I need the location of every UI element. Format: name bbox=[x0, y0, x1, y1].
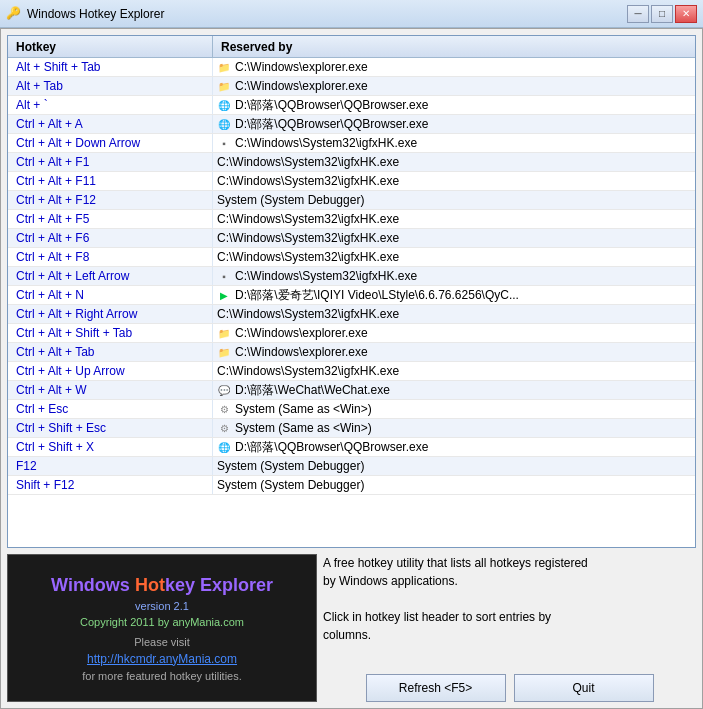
reserved-cell: C:\Windows\System32\igfxHK.exe bbox=[213, 210, 695, 228]
info-visit-label: Please visit bbox=[134, 636, 190, 648]
hotkey-cell: Alt + Shift + Tab bbox=[8, 58, 213, 76]
explorer-icon: 📁 bbox=[217, 345, 231, 359]
desc-line5: columns. bbox=[323, 626, 696, 644]
desc-line2: by Windows applications. bbox=[323, 572, 696, 590]
hotkey-cell: Ctrl + Alt + W bbox=[8, 381, 213, 399]
app-icon: 🔑 bbox=[6, 6, 22, 22]
table-row: Ctrl + Shift + X🌐D:\部落\QQBrowser\QQBrows… bbox=[8, 438, 695, 457]
table-row: Ctrl + Alt + Tab📁C:\Windows\explorer.exe bbox=[8, 343, 695, 362]
button-row: Refresh <F5> Quit bbox=[323, 674, 696, 702]
reserved-cell: 🌐D:\部落\QQBrowser\QQBrowser.exe bbox=[213, 438, 695, 456]
hotkey-cell: Alt + ` bbox=[8, 96, 213, 114]
refresh-button[interactable]: Refresh <F5> bbox=[366, 674, 506, 702]
table-row: Ctrl + Shift + Esc⚙System (Same as <Win>… bbox=[8, 419, 695, 438]
hotkey-cell: Ctrl + Alt + Down Arrow bbox=[8, 134, 213, 152]
table-row: Ctrl + Alt + Down Arrow▪C:\Windows\Syste… bbox=[8, 134, 695, 153]
explorer-icon: 📁 bbox=[217, 79, 231, 93]
table-row: Ctrl + Alt + F8C:\Windows\System32\igfxH… bbox=[8, 248, 695, 267]
info-title-windows: Windows bbox=[51, 575, 135, 595]
info-link[interactable]: http://hkcmdr.anyMania.com bbox=[87, 652, 237, 666]
desc-line1: A free hotkey utility that lists all hot… bbox=[323, 554, 696, 572]
hotkey-cell: Ctrl + Alt + F1 bbox=[8, 153, 213, 171]
qqbrowser-icon: 🌐 bbox=[217, 98, 231, 112]
info-box: Windows Hotkey Explorer version 2.1 Copy… bbox=[7, 554, 317, 702]
window-title: Windows Hotkey Explorer bbox=[27, 7, 164, 21]
reserved-cell: ▶D:\部落\爱奇艺\IQIYI Video\LStyle\6.6.76.625… bbox=[213, 286, 695, 304]
reserved-cell: 📁C:\Windows\explorer.exe bbox=[213, 343, 695, 361]
reserved-cell: 📁C:\Windows\explorer.exe bbox=[213, 58, 695, 76]
table-row: Ctrl + Alt + Shift + Tab📁C:\Windows\expl… bbox=[8, 324, 695, 343]
reserved-cell: C:\Windows\System32\igfxHK.exe bbox=[213, 248, 695, 266]
reserved-cell: C:\Windows\System32\igfxHK.exe bbox=[213, 305, 695, 323]
table-row: F12System (System Debugger) bbox=[8, 457, 695, 476]
desc-line4: Click in hotkey list header to sort entr… bbox=[323, 608, 696, 626]
reserved-cell: 📁C:\Windows\explorer.exe bbox=[213, 324, 695, 342]
table-row: Alt + `🌐D:\部落\QQBrowser\QQBrowser.exe bbox=[8, 96, 695, 115]
reserved-cell: 💬D:\部落\WeChat\WeChat.exe bbox=[213, 381, 695, 399]
table-row: Alt + Tab📁C:\Windows\explorer.exe bbox=[8, 77, 695, 96]
table-row: Shift + F12System (System Debugger) bbox=[8, 476, 695, 495]
hotkey-cell: Shift + F12 bbox=[8, 476, 213, 494]
reserved-cell: System (System Debugger) bbox=[213, 191, 695, 209]
hotkey-column-header[interactable]: Hotkey bbox=[8, 36, 213, 57]
hotkey-cell: Ctrl + Alt + F6 bbox=[8, 229, 213, 247]
qqbrowser-icon: 🌐 bbox=[217, 440, 231, 454]
system-icon: ⚙ bbox=[217, 402, 231, 416]
maximize-button[interactable]: □ bbox=[651, 5, 673, 23]
table-row: Ctrl + Alt + A🌐D:\部落\QQBrowser\QQBrowser… bbox=[8, 115, 695, 134]
title-bar-buttons: ─ □ ✕ bbox=[627, 5, 697, 23]
table-row: Ctrl + Alt + F6C:\Windows\System32\igfxH… bbox=[8, 229, 695, 248]
info-title-rest: key Explorer bbox=[165, 575, 273, 595]
close-button[interactable]: ✕ bbox=[675, 5, 697, 23]
explorer-icon: 📁 bbox=[217, 60, 231, 74]
hotkey-cell: Ctrl + Alt + Left Arrow bbox=[8, 267, 213, 285]
info-copyright: Copyright 2011 by anyMania.com bbox=[80, 616, 244, 628]
hotkey-cell: Ctrl + Esc bbox=[8, 400, 213, 418]
reserved-cell: C:\Windows\System32\igfxHK.exe bbox=[213, 362, 695, 380]
table-row: Ctrl + Alt + F5C:\Windows\System32\igfxH… bbox=[8, 210, 695, 229]
qqbrowser-icon: 🌐 bbox=[217, 117, 231, 131]
bottom-panel: Windows Hotkey Explorer version 2.1 Copy… bbox=[7, 554, 696, 702]
table-row: Ctrl + Alt + F12System (System Debugger) bbox=[8, 191, 695, 210]
igfx-icon: ▪ bbox=[217, 136, 231, 150]
right-panel: A free hotkey utility that lists all hot… bbox=[323, 554, 696, 702]
quit-button[interactable]: Quit bbox=[514, 674, 654, 702]
hotkey-cell: Ctrl + Alt + Tab bbox=[8, 343, 213, 361]
hotkey-cell: Ctrl + Shift + Esc bbox=[8, 419, 213, 437]
table-header[interactable]: Hotkey Reserved by bbox=[8, 36, 695, 58]
iqiyi-icon: ▶ bbox=[217, 288, 231, 302]
wechat-icon: 💬 bbox=[217, 383, 231, 397]
reserved-cell: 🌐D:\部落\QQBrowser\QQBrowser.exe bbox=[213, 115, 695, 133]
explorer-icon: 📁 bbox=[217, 326, 231, 340]
table-row: Ctrl + Alt + Right ArrowC:\Windows\Syste… bbox=[8, 305, 695, 324]
table-row: Ctrl + Esc⚙System (Same as <Win>) bbox=[8, 400, 695, 419]
title-bar: 🔑 Windows Hotkey Explorer ─ □ ✕ bbox=[0, 0, 703, 28]
reserved-cell: ⚙System (Same as <Win>) bbox=[213, 400, 695, 418]
reserved-column-header[interactable]: Reserved by bbox=[213, 36, 695, 57]
reserved-cell: ▪C:\Windows\System32\igfxHK.exe bbox=[213, 134, 695, 152]
reserved-cell: C:\Windows\System32\igfxHK.exe bbox=[213, 229, 695, 247]
reserved-cell: C:\Windows\System32\igfxHK.exe bbox=[213, 172, 695, 190]
info-title: Windows Hotkey Explorer bbox=[51, 575, 273, 596]
system-icon: ⚙ bbox=[217, 421, 231, 435]
reserved-cell: ▪C:\Windows\System32\igfxHK.exe bbox=[213, 267, 695, 285]
hotkey-cell: Alt + Tab bbox=[8, 77, 213, 95]
table-row: Ctrl + Alt + F1C:\Windows\System32\igfxH… bbox=[8, 153, 695, 172]
main-window: Hotkey Reserved by Alt + Shift + Tab📁C:\… bbox=[0, 28, 703, 709]
hotkey-cell: Ctrl + Alt + F11 bbox=[8, 172, 213, 190]
hotkey-cell: Ctrl + Alt + F5 bbox=[8, 210, 213, 228]
table-body[interactable]: Alt + Shift + Tab📁C:\Windows\explorer.ex… bbox=[8, 58, 695, 547]
table-row: Ctrl + Alt + W💬D:\部落\WeChat\WeChat.exe bbox=[8, 381, 695, 400]
reserved-cell: System (System Debugger) bbox=[213, 457, 695, 475]
reserved-cell: System (System Debugger) bbox=[213, 476, 695, 494]
table-row: Ctrl + Alt + F11C:\Windows\System32\igfx… bbox=[8, 172, 695, 191]
reserved-cell: 🌐D:\部落\QQBrowser\QQBrowser.exe bbox=[213, 96, 695, 114]
table-row: Ctrl + Alt + Left Arrow▪C:\Windows\Syste… bbox=[8, 267, 695, 286]
hotkey-cell: F12 bbox=[8, 457, 213, 475]
reserved-cell: C:\Windows\System32\igfxHK.exe bbox=[213, 153, 695, 171]
reserved-cell: ⚙System (Same as <Win>) bbox=[213, 419, 695, 437]
info-version: version 2.1 bbox=[135, 600, 189, 612]
minimize-button[interactable]: ─ bbox=[627, 5, 649, 23]
hotkey-cell: Ctrl + Shift + X bbox=[8, 438, 213, 456]
info-title-hot: Hot bbox=[135, 575, 165, 595]
